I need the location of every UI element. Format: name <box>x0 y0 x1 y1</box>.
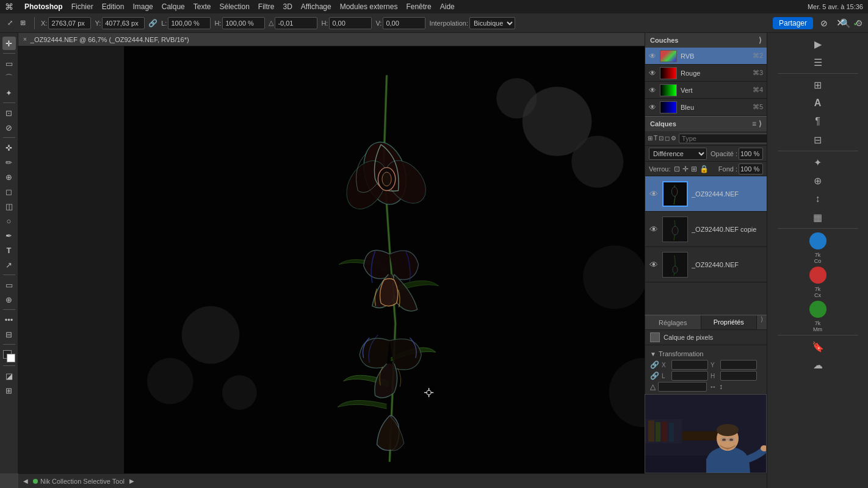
menu-edition[interactable]: Edition <box>102 2 125 11</box>
transformation-title[interactable]: ▼ Transformation <box>650 350 762 357</box>
lock-pixels-icon-2[interactable]: ⊡ <box>674 165 680 173</box>
layer1-visibility-icon[interactable]: 👁 <box>649 189 659 199</box>
path-select-tool[interactable]: ↗ <box>2 258 16 271</box>
width-input[interactable] <box>168 17 211 29</box>
interpolation-select[interactable]: Bicubique <box>469 17 515 29</box>
channel-eye-icon[interactable]: 👁 <box>649 52 656 60</box>
right-icon-text-a[interactable]: A <box>767 95 868 112</box>
menu-fenetre[interactable]: Fenêtre <box>406 2 431 11</box>
crop-tool[interactable]: ⊡ <box>2 106 16 120</box>
right-icon-arrows[interactable]: ↕ <box>767 190 868 207</box>
lock-position-icon-2[interactable]: ✛ <box>682 165 689 173</box>
right-icon-hash[interactable]: ⊟ <box>767 131 868 148</box>
filter-text-icon-2[interactable]: T <box>654 135 657 142</box>
magic-wand-tool[interactable]: ✦ <box>2 86 16 99</box>
link-wh-icon[interactable]: 🔗 <box>650 371 659 380</box>
close-tab-btn[interactable]: × <box>23 36 27 43</box>
right-icon-play[interactable]: ▶ <box>767 35 868 52</box>
layer3-visibility-icon[interactable]: 👁 <box>649 260 659 270</box>
right-icon-para[interactable]: ¶ <box>767 113 868 130</box>
channel-item-vert[interactable]: 👁 Vert ⌘4 <box>645 82 767 99</box>
dodge-tool[interactable]: ○ <box>2 214 16 228</box>
channel-eye-icon-vert[interactable]: 👁 <box>649 86 656 95</box>
gradient-tool[interactable]: ◫ <box>2 199 16 213</box>
eraser-tool[interactable]: ◻ <box>2 185 16 198</box>
channel-item-bleu[interactable]: 👁 Bleu ⌘5 <box>645 99 767 116</box>
menu-3d[interactable]: 3D <box>283 2 292 11</box>
right-icon-cloud[interactable]: ☁ <box>767 356 868 373</box>
move-tool[interactable]: ✛ <box>2 37 16 50</box>
right-color-1[interactable] <box>809 232 826 249</box>
settings-icon[interactable]: ⚙ <box>855 18 863 28</box>
hskew-input[interactable] <box>329 17 372 29</box>
extra-tool[interactable]: ⊟ <box>2 328 16 341</box>
link-icon[interactable]: 🔗 <box>148 19 157 27</box>
filter-pixel-icon-2[interactable]: ⊞ <box>648 135 653 142</box>
opacity-input-2[interactable] <box>739 148 763 160</box>
right-icon-grid[interactable]: ⊞ <box>767 76 868 93</box>
more-tools[interactable]: ••• <box>2 313 16 326</box>
menu-affichage[interactable]: Affichage <box>301 2 331 11</box>
status-arrow-left[interactable]: ◀ <box>23 478 28 484</box>
eyedropper-tool[interactable]: ⊘ <box>2 121 16 134</box>
menu-fichier[interactable]: Fichier <box>71 2 93 11</box>
blend-mode-select-2[interactable]: Différence <box>649 148 707 160</box>
right-color-2[interactable] <box>809 267 826 284</box>
grid-btn[interactable]: ⊞ <box>18 18 28 28</box>
frame-tool[interactable]: ⊞ <box>2 384 16 397</box>
menu-image[interactable]: Image <box>132 2 153 11</box>
rotation-input[interactable] <box>275 17 317 29</box>
menu-modules[interactable]: Modules externes <box>340 2 398 11</box>
right-icon-star[interactable]: ✦ <box>767 154 868 171</box>
lock-artboard-icon-2[interactable]: ⊞ <box>691 165 697 173</box>
move-tool-btn[interactable]: ⤢ <box>5 18 15 28</box>
shape-tool[interactable]: ▭ <box>2 278 16 292</box>
props-angle-input[interactable] <box>658 382 707 392</box>
channel-eye-icon-bleu[interactable]: 👁 <box>649 103 656 112</box>
marquee-tool[interactable]: ▭ <box>2 57 16 70</box>
channel-item-rvb[interactable]: 👁 RVB ⌘2 <box>645 48 767 65</box>
right-color-3[interactable] <box>809 301 826 318</box>
partager-button[interactable]: Partager <box>773 17 813 29</box>
stamp-tool[interactable]: ⊕ <box>2 170 16 184</box>
menu-calque[interactable]: Calque <box>162 2 185 11</box>
lock-all-icon-2[interactable]: 🔒 <box>700 165 709 173</box>
right-icon-bookmark[interactable]: 🔖 <box>767 338 868 355</box>
x-input[interactable] <box>48 17 91 29</box>
zoom-tool[interactable]: ⊕ <box>2 293 16 306</box>
panel-menu-icon-2[interactable]: ≡ <box>752 120 756 128</box>
menu-texte[interactable]: Texte <box>193 2 211 11</box>
brush-tool[interactable]: ✏ <box>2 156 16 169</box>
text-tool[interactable]: T <box>2 243 16 257</box>
filter-adjust-icon-2[interactable]: ⊡ <box>659 135 664 142</box>
props-tab-reglages[interactable]: Réglages <box>645 315 701 329</box>
channel-eye-icon-rouge[interactable]: 👁 <box>649 69 656 77</box>
warp-icon[interactable]: ⊘ <box>818 18 830 28</box>
right-icon-table[interactable]: ▦ <box>767 209 868 226</box>
props-x-input[interactable] <box>671 360 708 370</box>
menu-selection[interactable]: Sélection <box>219 2 249 11</box>
flip-h-icon[interactable]: ↔ <box>709 382 717 391</box>
layer2-visibility-icon[interactable]: 👁 <box>649 224 659 234</box>
layer-item-2[interactable]: 👁 _OZ92440.NEF copie <box>645 212 767 247</box>
filter-smart-icon-2[interactable]: ⚙ <box>671 135 676 142</box>
color-swatch[interactable] <box>3 350 15 362</box>
layers-search-input-2[interactable] <box>679 134 769 143</box>
filter-shape-icon-2[interactable]: ◻ <box>665 135 670 142</box>
props-w-input[interactable] <box>671 371 708 381</box>
flip-v-icon[interactable]: ↕ <box>719 382 723 391</box>
props-h-input[interactable] <box>720 371 757 381</box>
menu-aide[interactable]: Aide <box>440 2 455 11</box>
channels-collapse-icon[interactable]: ⟩ <box>759 36 762 45</box>
panel-collapse-icon-2[interactable]: ⟩ <box>759 120 762 128</box>
vskew-input[interactable] <box>383 17 425 29</box>
fill-input-2[interactable] <box>739 163 763 174</box>
props-y-input[interactable] <box>720 360 757 370</box>
link-xy-icon[interactable]: 🔗 <box>650 361 659 369</box>
right-icon-plus[interactable]: ⊕ <box>767 172 868 189</box>
status-arrow-right[interactable]: ▶ <box>129 478 134 484</box>
mask-tool[interactable]: ◪ <box>2 369 16 382</box>
height-input[interactable] <box>222 17 265 29</box>
layer-item-3[interactable]: 👁 _OZ92440.NEF <box>645 247 767 282</box>
heal-tool[interactable]: ✜ <box>2 141 16 154</box>
